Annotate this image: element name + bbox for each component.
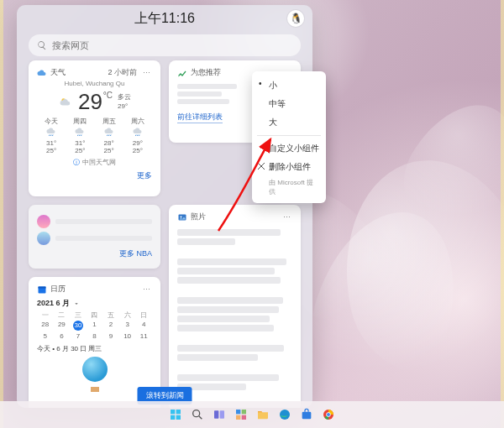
ctx-size-small[interactable]: 小 [252,76,326,95]
cal-day[interactable]: 6 [54,331,71,341]
svg-point-2 [181,216,182,217]
ctx-separator [257,135,321,136]
cal-weekday: 三 [70,311,87,320]
search-placeholder: 搜索网页 [52,39,89,52]
svg-point-16 [280,410,290,420]
task-view-icon[interactable] [212,407,227,422]
calendar-subtitle: 今天 • 6 月 30 日 周三 [37,344,152,353]
start-button[interactable] [168,407,183,422]
cal-weekday: 五 [102,311,119,320]
search-icon [37,40,47,50]
widget-context-menu: 小 中等 大 自定义小组件 删除小组件 由 Microsoft 提供 [252,71,326,203]
svg-rect-6 [176,410,181,414]
cal-weekday: 四 [87,311,103,320]
svg-rect-5 [171,410,175,414]
team-avatar [37,215,50,228]
svg-point-9 [193,410,200,417]
decoration-left-bar [0,0,3,428]
svg-rect-12 [236,410,240,414]
cal-weekday: 六 [119,311,136,320]
cal-day[interactable]: 1 [87,320,103,331]
ctx-provider-note: 由 Microsoft 提供 [252,176,326,198]
weather-more-link[interactable]: 更多 [137,171,152,180]
chart-icon [177,68,187,78]
forecast-day: 周四 31° 25° [66,117,94,154]
list-item [37,215,152,228]
photos-title: 照片 [191,211,277,222]
svg-rect-15 [242,415,246,420]
cal-day[interactable]: 10 [119,331,136,341]
svg-rect-10 [214,410,218,418]
recommend-link[interactable]: 前往详细列表 [177,112,223,123]
widgets-icon[interactable] [234,407,249,422]
cal-day[interactable]: 2 [102,320,119,331]
cal-day[interactable]: 29 [54,320,71,331]
avatar[interactable]: 🐧 [287,10,304,27]
forecast-day: 今天 31° 25° [37,117,66,154]
svg-point-20 [327,413,330,416]
cal-day[interactable]: 5 [37,331,54,341]
svg-rect-13 [242,410,246,414]
cal-day[interactable]: 3 [119,320,136,331]
calendar-icon [37,284,47,295]
rain-icon [74,128,86,138]
rain-icon [103,128,115,138]
svg-rect-14 [236,415,240,420]
panel-clock: 上午11:16 [17,10,312,28]
cal-day[interactable]: 11 [135,331,152,341]
calendar-title: 日历 [50,284,137,295]
cal-day[interactable]: 4 [135,320,152,331]
weather-title: 天气 [50,67,104,78]
ctx-size-large[interactable]: 大 [252,113,326,132]
weather-condition: 多云 [118,93,131,102]
list-item [37,232,152,245]
rain-icon [45,128,57,138]
weather-forecast: 今天 31° 25° 周四 31° 25° 周五 28° [37,117,152,154]
sports-widget[interactable]: 更多 NBA [29,205,160,269]
ctx-customize[interactable]: 自定义小组件 [252,139,326,158]
cal-weekday: 二 [54,311,71,320]
ctx-size-medium[interactable]: 中等 [252,95,326,113]
calendar-month: 2021 6 月 [37,298,70,309]
search-input[interactable]: 搜索网页 [29,34,301,56]
cal-weekday: 一 [37,311,54,320]
forecast-day: 周五 28° 25° [95,117,123,154]
weather-feels: 29° [118,102,131,111]
forecast-day: 周六 29° 25° [123,117,152,154]
weather-now-icon [58,97,73,108]
svg-rect-17 [302,412,312,420]
team-avatar [37,232,50,245]
chevron-down-icon[interactable] [73,300,80,307]
chrome-icon[interactable] [321,407,336,422]
avatar-glyph: 🐧 [290,13,302,24]
store-icon[interactable] [299,407,314,422]
edge-icon[interactable] [277,407,292,422]
cal-day-today[interactable]: 30 [70,320,87,331]
photos-widget[interactable]: 照片 ⋯ [169,205,301,408]
weather-source: 中国天气网 [82,159,116,166]
decoration-right-bar [501,0,504,428]
calendar-more-button[interactable]: ⋯ [140,285,152,294]
weather-more-button[interactable]: ⋯ [140,69,152,77]
svg-rect-11 [220,410,224,418]
weather-widget[interactable]: 天气 2 小时前 ⋯ Hubei, Wuchang Qu 29 °C 多云 29… [29,60,160,196]
file-explorer-icon[interactable] [255,407,270,422]
cal-day[interactable]: 28 [37,320,54,331]
cal-weekday: 日 [135,311,152,320]
cal-day[interactable]: 9 [102,331,119,341]
weather-icon [37,68,47,78]
svg-rect-4 [39,286,46,288]
photos-more-button[interactable]: ⋯ [281,213,292,222]
widgets-panel: 上午11:16 🐧 搜索网页 天气 2 小时前 ⋯ Hubei, Wuchang… [17,5,312,408]
rain-icon [132,128,144,138]
ctx-remove[interactable]: 删除小组件 [252,158,326,176]
taskbar [0,401,504,428]
cal-day[interactable]: 7 [70,331,87,341]
weather-timeago: 2 小时前 [108,67,137,78]
taskbar-search-icon[interactable] [190,407,205,422]
photos-icon [177,212,187,222]
svg-rect-8 [176,415,181,420]
cal-day[interactable]: 8 [87,331,103,341]
sports-more-link[interactable]: 更多 NBA [119,249,152,258]
weather-location: Hubei, Wuchang Qu [37,80,152,87]
